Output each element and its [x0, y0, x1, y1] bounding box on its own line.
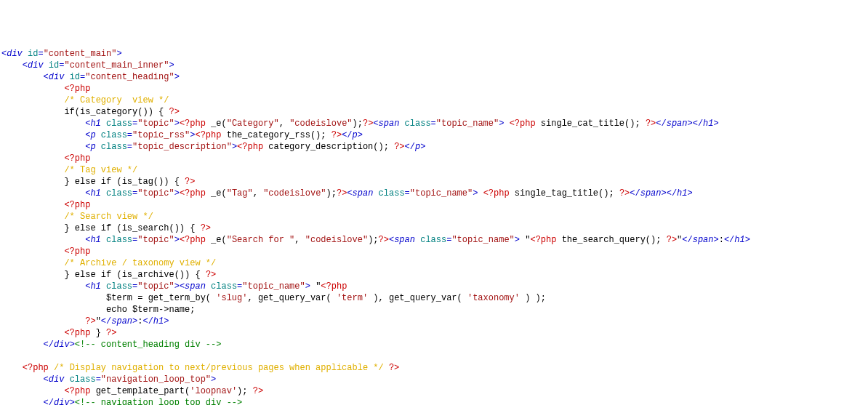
token-p: ?>: [394, 142, 404, 152]
token-k: ": [310, 281, 321, 292]
token-k: category_description();: [263, 142, 394, 152]
token-t: </: [656, 119, 666, 129]
code-line: <?php get_template_part('loopnav'); ?>: [1, 386, 263, 396]
token-p: ?>: [253, 386, 263, 396]
token-e: span: [693, 235, 714, 245]
token-t: >: [515, 235, 520, 245]
token-t: >: [688, 119, 693, 129]
token-k: ": [96, 316, 101, 326]
token-t: >: [211, 374, 216, 385]
token-e: div: [49, 374, 65, 385]
token-k: );: [368, 235, 378, 245]
token-t: >: [688, 188, 693, 199]
token-a: id: [49, 60, 59, 71]
token-s: "Search for ": [227, 235, 295, 245]
token-t: =: [405, 188, 410, 199]
code-line: </div><!-- navigation_loop_top div -->: [1, 398, 242, 405]
token-p: <?php: [64, 84, 90, 94]
token-t: >: [174, 281, 180, 292]
code-line: } else if (is_archive()) { ?>: [1, 270, 216, 280]
token-e: span: [111, 316, 132, 326]
token-a: class: [101, 130, 127, 140]
code-line: echo $term->name;: [1, 305, 195, 315]
token-k: get_template_part(: [90, 386, 190, 396]
token-e: h1: [703, 119, 713, 129]
token-s: "codeislove": [289, 119, 352, 129]
token-p: ?>: [331, 130, 342, 140]
token-t: =: [127, 142, 132, 152]
token-p: <?php: [64, 200, 90, 210]
token-e: span: [394, 235, 415, 245]
token-e: h1: [677, 188, 687, 199]
token-e: span: [379, 119, 400, 129]
code-line: <?php: [1, 153, 90, 164]
token-t: =: [127, 130, 132, 140]
token-k: single_cat_title();: [536, 119, 646, 129]
code-line: <div id="content_main_inner">: [1, 60, 174, 71]
token-s: "Tag": [227, 188, 253, 199]
token-a: class: [106, 281, 132, 292]
token-k: [49, 363, 54, 373]
token-k: [96, 223, 101, 233]
token-t: [101, 188, 106, 199]
token-c: /* Search view */: [64, 212, 153, 222]
token-p: <?php: [195, 130, 221, 140]
code-line: <h1 class="topic"><?php _e("Search for "…: [1, 235, 750, 245]
token-t: [206, 281, 211, 292]
token-t: >: [70, 398, 75, 405]
token-e: h1: [90, 281, 100, 292]
token-t: >: [305, 281, 310, 292]
token-t: [64, 374, 69, 385]
token-c: /* Category view */: [64, 95, 169, 105]
token-p: ?>: [201, 223, 211, 233]
token-k: else: [75, 270, 96, 280]
token-e: h1: [90, 235, 100, 245]
token-k: (is_tag()) {: [111, 177, 185, 187]
token-p: <?php: [64, 153, 90, 164]
code-line: /* Search view */: [1, 212, 153, 222]
token-t: </: [44, 398, 54, 405]
code-line: <?php: [1, 84, 90, 94]
code-block: <div id="content_main"> <div id="content…: [1, 48, 868, 405]
code-line: } else if (is_search()) { ?>: [1, 223, 211, 233]
token-t: </: [44, 340, 54, 350]
token-k: :: [719, 235, 724, 245]
token-e: div: [7, 49, 23, 59]
code-line: /* Tag view */: [1, 165, 137, 175]
token-p: ?>: [363, 119, 373, 129]
token-k: ,: [253, 188, 263, 199]
token-s: "topic": [137, 281, 174, 292]
token-t: >: [116, 49, 121, 59]
token-k: }: [64, 270, 74, 280]
token-t: >: [174, 188, 180, 199]
token-s: "codeislove": [263, 188, 326, 199]
token-k: (is_search()) {: [111, 223, 200, 233]
token-s: "topic": [137, 235, 174, 245]
code-line: <?php /* Display navigation to next/prev…: [1, 363, 399, 373]
token-p: ?>: [646, 119, 656, 129]
token-t: >: [745, 235, 750, 245]
token-k: }: [64, 177, 74, 187]
token-t: [44, 60, 49, 71]
code-line: ?>"</span>:</h1>: [1, 316, 169, 326]
token-t: <: [180, 281, 185, 292]
token-t: </: [342, 130, 352, 140]
token-t: >: [174, 235, 180, 245]
token-s: "topic_name": [436, 119, 499, 129]
token-e: span: [667, 119, 688, 129]
token-k: (is_category()) {: [75, 107, 169, 117]
token-e: div: [54, 398, 70, 405]
token-s: "topic": [137, 119, 174, 129]
token-e: div: [49, 72, 65, 82]
token-p: ?>: [185, 177, 195, 187]
token-t: </: [142, 316, 153, 326]
token-p: <?php: [237, 142, 263, 152]
token-k: ,: [279, 119, 289, 129]
token-k: the_search_query();: [556, 235, 666, 245]
token-s: "topic_description": [132, 142, 232, 152]
token-t: >: [358, 130, 363, 140]
token-t: [101, 235, 106, 245]
token-k: [504, 119, 509, 129]
token-s: "topic_name": [451, 235, 514, 245]
token-c: /* Archive / taxonomy view */: [64, 258, 216, 268]
